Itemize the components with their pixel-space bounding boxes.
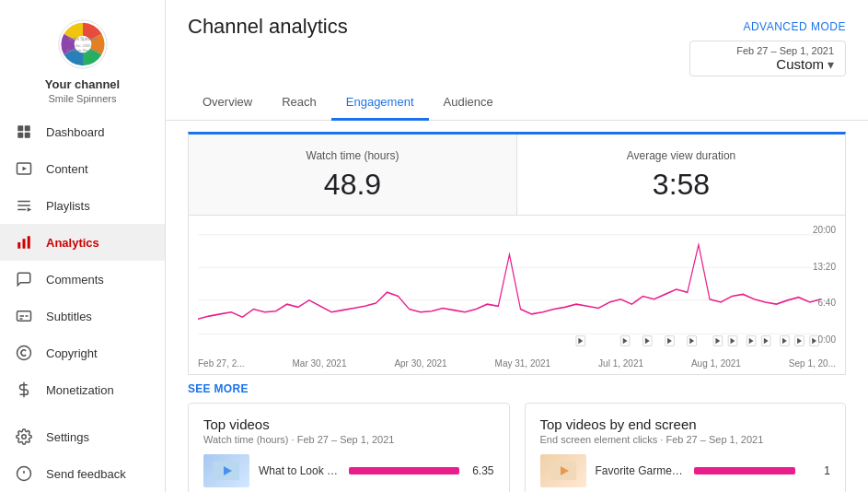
end-screen-title-0: Favorite Garment S... [596, 464, 686, 477]
svg-rect-17 [28, 236, 30, 249]
svg-rect-6 [25, 125, 30, 131]
svg-point-24 [22, 435, 27, 439]
x-label-0: Feb 27, 2... [198, 358, 245, 369]
channel-info: Smile Spinners Est. 2000 She Sews She Kn… [0, 0, 165, 113]
analytics-label: Analytics [46, 236, 99, 250]
top-video-row-0: What to Look For in ... 6.35 [203, 454, 494, 487]
playlists-label: Playlists [46, 199, 90, 213]
sidebar-item-dashboard[interactable]: Dashboard [0, 113, 165, 150]
avg-duration-card: Average view duration 3:58 [517, 135, 845, 215]
tab-overview[interactable]: Overview [188, 86, 267, 121]
avg-duration-label: Average view duration [627, 149, 736, 162]
x-label-2: Apr 30, 2021 [394, 358, 446, 369]
sidebar-item-monetization[interactable]: Monetization [0, 371, 165, 408]
content-icon [15, 159, 33, 178]
sidebar-item-copyright[interactable]: Copyright [0, 334, 165, 371]
x-label-6: Sep 1, 20... [789, 358, 836, 369]
svg-rect-8 [25, 133, 30, 138]
chart-area: 20:00 13:20 6:40 0:00 [188, 216, 846, 375]
x-label-1: Mar 30, 2021 [293, 358, 347, 369]
engagement-chart [198, 225, 836, 354]
sidebar-item-settings[interactable]: Settings [0, 418, 165, 455]
video-markers [576, 336, 819, 346]
watch-time-label: Watch time (hours) [307, 149, 399, 162]
chart-y-labels: 20:00 13:20 6:40 0:00 [813, 225, 836, 345]
main-content: Channel analytics ADVANCED MODE Feb 27 –… [166, 0, 868, 492]
dashboard-label: Dashboard [46, 125, 105, 139]
svg-text:Est. 2000: Est. 2000 [75, 44, 90, 48]
subtitles-label: Subtitles [46, 310, 92, 323]
settings-icon [15, 428, 33, 446]
dashboard-icon [15, 123, 33, 141]
svg-point-22 [17, 346, 31, 360]
sidebar: Smile Spinners Est. 2000 She Sews She Kn… [0, 0, 166, 492]
y-label-2: 6:40 [813, 298, 836, 308]
x-label-3: May 31, 2021 [495, 358, 551, 369]
feedback-label: Send feedback [46, 467, 126, 481]
sidebar-item-subtitles[interactable]: Subtitles [0, 298, 165, 334]
svg-rect-7 [17, 133, 23, 138]
analytics-icon [15, 233, 33, 252]
chart-x-labels: Feb 27, 2... Mar 30, 2021 Apr 30, 2021 M… [198, 357, 836, 369]
y-label-1: 13:20 [813, 262, 836, 272]
see-more-button[interactable]: SEE MORE [166, 375, 868, 403]
tab-audience[interactable]: Audience [429, 86, 508, 121]
comments-icon [15, 270, 33, 288]
top-videos-title: Top videos [203, 416, 494, 432]
end-screen-thumb-0 [540, 454, 586, 487]
comments-label: Comments [46, 273, 104, 287]
top-videos-subtitle: Watch time (hours) · Feb 27 – Sep 1, 202… [203, 434, 494, 445]
svg-text:Smile Spinners: Smile Spinners [68, 37, 98, 41]
analytics-tabs: Overview Reach Engagement Audience [166, 86, 868, 121]
channel-subtitle: Smile Spinners [49, 93, 117, 104]
end-screen-bar-0 [694, 467, 795, 474]
copyright-label: Copyright [46, 346, 98, 360]
top-video-thumb-0 [203, 454, 249, 487]
sidebar-item-feedback[interactable]: Send feedback [0, 455, 165, 492]
y-label-0: 20:00 [813, 225, 836, 235]
tab-reach[interactable]: Reach [267, 86, 331, 121]
channel-name: Your channel [45, 77, 120, 91]
dropdown-arrow-icon: ▾ [827, 57, 834, 72]
advanced-mode-button[interactable]: ADVANCED MODE [743, 20, 846, 33]
bottom-cards: Top videos Watch time (hours) · Feb 27 –… [166, 403, 868, 492]
monetization-label: Monetization [46, 383, 114, 397]
top-end-screen-subtitle: End screen element clicks · Feb 27 – Sep… [540, 434, 831, 445]
date-selector[interactable]: Feb 27 – Sep 1, 2021 Custom ▾ [689, 41, 846, 76]
watch-time-value: 48.9 [324, 168, 381, 202]
svg-rect-15 [17, 242, 20, 249]
end-screen-row-0: Favorite Garment S... 1 [540, 454, 831, 487]
watch-time-card: Watch time (hours) 48.9 [189, 135, 517, 215]
x-label-4: Jul 1, 2021 [598, 358, 643, 369]
tab-engagement[interactable]: Engagement [331, 86, 429, 121]
playlists-icon [15, 196, 33, 215]
subtitles-icon [15, 307, 33, 325]
svg-marker-10 [23, 167, 28, 171]
x-label-5: Aug 1, 2021 [691, 358, 741, 369]
copyright-icon [15, 344, 33, 362]
page-title: Channel analytics [188, 15, 348, 39]
sidebar-item-comments[interactable]: Comments [0, 261, 165, 298]
svg-marker-14 [28, 207, 32, 212]
sidebar-item-playlists[interactable]: Playlists [0, 187, 165, 224]
sidebar-item-analytics[interactable]: Analytics [0, 224, 165, 261]
svg-rect-16 [23, 239, 26, 249]
svg-rect-5 [17, 125, 23, 131]
feedback-icon [15, 464, 33, 483]
channel-logo-svg: Smile Spinners Est. 2000 She Sews She Kn… [57, 18, 109, 70]
y-label-3: 0:00 [813, 334, 836, 345]
sidebar-item-content[interactable]: Content [0, 150, 165, 187]
date-range: Feb 27 – Sep 1, 2021 [736, 45, 834, 56]
top-video-bar-0 [349, 467, 459, 474]
page-header: Channel analytics ADVANCED MODE Feb 27 –… [166, 0, 868, 76]
top-video-count-0: 6.35 [467, 464, 494, 477]
svg-text:She Sews She Knows: She Sews She Knows [65, 49, 99, 53]
top-end-screen-title: Top videos by end screen [540, 416, 831, 432]
avg-duration-value: 3:58 [653, 168, 710, 202]
end-screen-bar-wrap-0: 1 [694, 464, 830, 477]
top-videos-card: Top videos Watch time (hours) · Feb 27 –… [188, 403, 510, 492]
top-end-screen-card: Top videos by end screen End screen elem… [525, 403, 847, 492]
end-screen-count-0: 1 [803, 464, 830, 477]
channel-logo: Smile Spinners Est. 2000 She Sews She Kn… [55, 17, 110, 72]
date-custom: Custom [776, 56, 824, 72]
